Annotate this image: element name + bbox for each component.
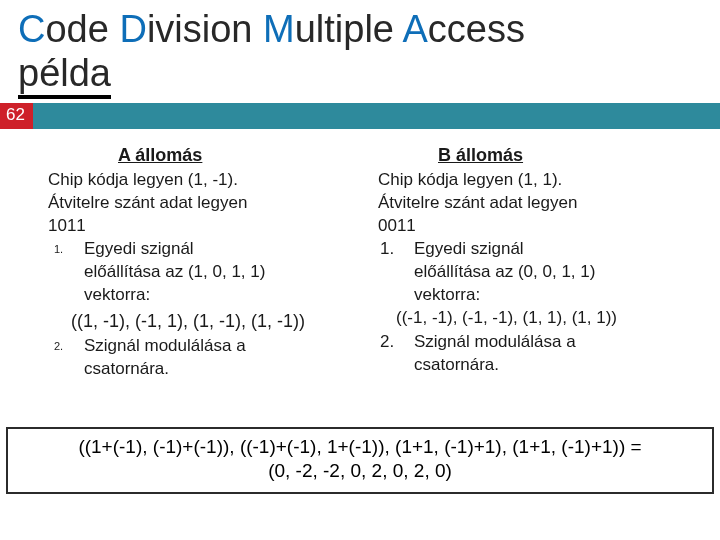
station-a-item2-b: csatornára. bbox=[84, 359, 169, 378]
list-number-1: 1. bbox=[54, 242, 63, 257]
station-a-item2-a: Szignál modulálása a bbox=[84, 336, 246, 355]
station-b-column: B állomás Chip kódja legyen (1, 1). Átvi… bbox=[378, 143, 668, 380]
station-b-data-label: Átvitelre szánt adat legyen bbox=[378, 192, 668, 215]
decorative-bar bbox=[33, 103, 720, 129]
station-b-item1-a: Egyedi szignál bbox=[414, 239, 524, 258]
list-number-1b: 1. bbox=[380, 238, 394, 261]
list-number-2b: 2. bbox=[380, 331, 394, 354]
calculation-box: ((1+(-1), (-1)+(-1)), ((-1)+(-1), 1+(-1)… bbox=[6, 427, 714, 494]
station-a-list2: 2. Szignál modulálása a csatornára. bbox=[48, 335, 338, 381]
station-b-data-bits: 0011 bbox=[378, 215, 668, 238]
station-a-item1: 1. Egyedi szignál előállítása az (1, 0, … bbox=[48, 238, 338, 307]
station-b-item2-a: Szignál modulálása a bbox=[414, 332, 576, 351]
title-rest-4: ccess bbox=[428, 8, 525, 50]
title-initial-a: A bbox=[402, 8, 427, 50]
station-a-item1-b: előállítása az (1, 0, 1, 1) bbox=[84, 262, 265, 281]
title-rest-3: ultiple bbox=[295, 8, 394, 50]
station-a-column: A állomás Chip kódja legyen (1, -1). Átv… bbox=[48, 143, 338, 380]
station-a-signal: ((1, -1), (-1, 1), (1, -1), (1, -1)) bbox=[38, 309, 338, 333]
station-a-data-bits: 1011 bbox=[48, 215, 338, 238]
title-initial-m: M bbox=[263, 8, 295, 50]
title-line2: példa bbox=[18, 52, 111, 100]
title-initial-d: D bbox=[119, 8, 146, 50]
station-a-item2: 2. Szignál modulálása a csatornára. bbox=[48, 335, 338, 381]
station-b-signal: ((-1, -1), (-1, -1), (1, 1), (1, 1)) bbox=[396, 307, 668, 330]
station-b-list2: 2. Szignál modulálása a csatornára. bbox=[378, 331, 668, 377]
station-a-item1-c: vektorra: bbox=[84, 285, 150, 304]
header-bar: 62 bbox=[0, 103, 720, 129]
list-number-2: 2. bbox=[54, 339, 63, 354]
station-b-list: 1. Egyedi szignál előállítása az (0, 0, … bbox=[378, 238, 668, 307]
station-b-item2-b: csatornára. bbox=[414, 355, 499, 374]
station-b-item2: 2. Szignál modulálása a csatornára. bbox=[378, 331, 668, 377]
content-columns: A állomás Chip kódja legyen (1, -1). Átv… bbox=[0, 129, 720, 380]
title-rest-1: ode bbox=[45, 8, 108, 50]
station-a-chip: Chip kódja legyen (1, -1). bbox=[48, 169, 338, 192]
slide-title: Code Division Multiple Access példa bbox=[0, 0, 720, 99]
title-rest-2: ivision bbox=[147, 8, 253, 50]
calc-line2: (0, -2, -2, 0, 2, 0, 2, 0) bbox=[16, 459, 704, 484]
station-b-heading: B állomás bbox=[438, 143, 668, 167]
page-number-badge: 62 bbox=[0, 103, 33, 129]
station-b-item1: 1. Egyedi szignál előállítása az (0, 0, … bbox=[378, 238, 668, 307]
title-initial-c: C bbox=[18, 8, 45, 50]
station-a-item1-a: Egyedi szignál bbox=[84, 239, 194, 258]
station-a-list: 1. Egyedi szignál előállítása az (1, 0, … bbox=[48, 238, 338, 307]
station-b-item1-c: vektorra: bbox=[414, 285, 480, 304]
station-b-chip: Chip kódja legyen (1, 1). bbox=[378, 169, 668, 192]
station-b-item1-b: előállítása az (0, 0, 1, 1) bbox=[414, 262, 595, 281]
station-a-data-label: Átvitelre szánt adat legyen bbox=[48, 192, 338, 215]
station-a-heading: A állomás bbox=[118, 143, 338, 167]
calc-line1: ((1+(-1), (-1)+(-1)), ((-1)+(-1), 1+(-1)… bbox=[16, 435, 704, 460]
